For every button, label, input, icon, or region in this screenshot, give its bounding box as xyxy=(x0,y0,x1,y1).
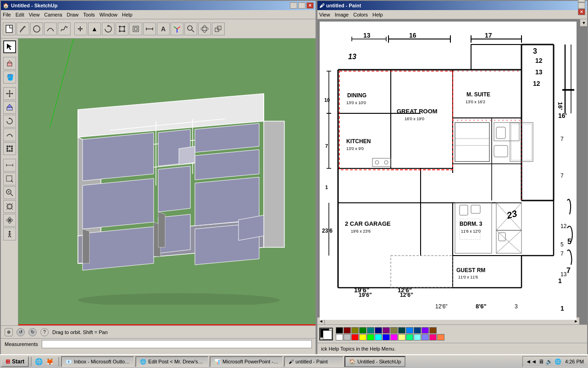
paint-menu-image[interactable]: Image xyxy=(335,12,349,17)
tool-eraser[interactable] xyxy=(3,57,16,70)
menu-edit[interactable]: Edit xyxy=(16,12,24,17)
color-swatch-orange[interactable] xyxy=(437,334,444,340)
menu-file[interactable]: File xyxy=(3,12,11,17)
tool-move[interactable] xyxy=(3,87,16,100)
svg-rect-0 xyxy=(6,25,12,33)
tool-zoomext[interactable] xyxy=(3,200,16,213)
color-swatch-springgreen[interactable] xyxy=(406,334,413,340)
svg-line-23 xyxy=(192,30,194,32)
svg-text:13: 13 xyxy=(363,32,371,39)
tool-orbit[interactable] xyxy=(3,214,16,227)
svg-point-46 xyxy=(11,150,13,152)
tool-rotate[interactable] xyxy=(3,115,16,128)
menu-tools[interactable]: Tools xyxy=(83,12,95,17)
tool-paintbucket[interactable]: 🪣 xyxy=(3,71,16,84)
menu-help[interactable]: Help xyxy=(122,12,133,17)
taskbar-outlook[interactable]: 📧 Inbox - Microsoft Outlook xyxy=(61,356,134,367)
taskbar-outlook-icon: 📧 xyxy=(66,359,72,365)
color-swatch-lightyellow[interactable] xyxy=(398,334,405,340)
tb-rotate[interactable] xyxy=(102,22,115,35)
paint-vscrollbar[interactable]: ▲ ▼ xyxy=(580,19,587,27)
tool-sep1 xyxy=(3,54,16,56)
tool-select[interactable] xyxy=(3,40,16,53)
sketchup-win-controls: _ □ ✕ xyxy=(290,2,314,9)
menu-view[interactable]: View xyxy=(29,12,40,17)
paint-canvas[interactable]: 13 16 17 xyxy=(320,22,577,320)
tool-tape[interactable] xyxy=(3,159,16,172)
tool-walk[interactable] xyxy=(3,228,16,240)
taskbar-blog[interactable]: 🌐 Edit Post < Mr. Drew's Blo... xyxy=(135,356,209,367)
sketchup-canvas[interactable] xyxy=(18,39,316,325)
color-swatch-purple[interactable] xyxy=(383,327,390,334)
tb-new[interactable] xyxy=(3,22,16,35)
color-swatch-lime[interactable] xyxy=(367,334,374,340)
paint-canvas-area[interactable]: ▲ ▼ ◄ ► 13 16 xyxy=(317,19,587,324)
paint-menu-view[interactable]: View xyxy=(319,12,330,17)
tb-move[interactable]: ✛ xyxy=(74,22,87,35)
sketchup-maximize-btn[interactable]: □ xyxy=(298,2,305,9)
tb-text[interactable]: A xyxy=(157,22,170,35)
sketchup-close-btn[interactable]: ✕ xyxy=(306,2,314,9)
svg-rect-13 xyxy=(133,26,139,32)
color-swatch-teal[interactable] xyxy=(367,327,374,334)
menu-window[interactable]: Window xyxy=(100,12,117,17)
tb-circle[interactable] xyxy=(30,22,43,35)
tb-pushpull[interactable]: ▲ xyxy=(88,22,101,35)
color-swatch-darkred[interactable] xyxy=(344,327,351,334)
tool-followme[interactable] xyxy=(3,128,16,141)
menu-camera[interactable]: Camera xyxy=(44,12,62,17)
color-swatch-rose[interactable] xyxy=(429,334,437,340)
color-swatch-darkyellow[interactable] xyxy=(390,327,398,334)
tb-components[interactable] xyxy=(212,22,225,35)
start-button[interactable]: ⊞ Start xyxy=(1,356,29,367)
tool-zoombox[interactable] xyxy=(3,173,16,185)
tb-arc[interactable] xyxy=(44,22,57,35)
tool-pushpull[interactable] xyxy=(3,101,16,114)
svg-text:M. SUITE: M. SUITE xyxy=(466,91,490,98)
tb-scale[interactable] xyxy=(116,22,128,35)
color-swatch-darkteal2[interactable] xyxy=(398,327,405,334)
paint-close-btn[interactable]: ✕ xyxy=(578,9,585,15)
color-swatch-red[interactable] xyxy=(351,334,359,340)
color-swatch-darkblue2[interactable] xyxy=(414,327,421,334)
taskbar-sketchup[interactable]: 🏠 Untitled - SketchUp xyxy=(344,356,405,367)
color-swatch-white[interactable] xyxy=(336,334,343,340)
color-swatch-olive[interactable] xyxy=(351,327,359,334)
taskbar-paint[interactable]: 🖌 untitled - Paint xyxy=(284,356,344,367)
paint-maximize-btn[interactable]: □ xyxy=(578,2,585,9)
tb-offset[interactable] xyxy=(129,22,142,35)
quicklaunch-firefox[interactable]: 🦊 xyxy=(44,357,55,367)
paint-menu-help[interactable]: Help xyxy=(372,12,383,17)
tool-zoom[interactable] xyxy=(3,186,16,199)
svg-marker-77 xyxy=(264,121,284,247)
color-swatch-lightblue[interactable] xyxy=(422,334,429,340)
sketchup-minimize-btn[interactable]: _ xyxy=(290,2,297,9)
color-swatch-lightcyan[interactable] xyxy=(414,334,421,340)
color-swatch-silver[interactable] xyxy=(344,334,351,340)
taskbar-ppt[interactable]: 📊 Microsoft PowerPoint - [...] xyxy=(210,356,283,367)
svg-point-24 xyxy=(201,27,208,31)
quicklaunch-ie[interactable]: 🌐 xyxy=(33,357,44,367)
tb-freehand[interactable] xyxy=(58,22,71,35)
tb-tape[interactable] xyxy=(143,22,156,35)
menu-draw[interactable]: Draw xyxy=(67,12,78,17)
color-swatch-darkgreen[interactable] xyxy=(359,327,366,334)
color-swatch-blue[interactable] xyxy=(383,334,390,340)
color-swatch-cyan[interactable] xyxy=(375,334,382,340)
svg-text:7: 7 xyxy=(560,251,564,257)
paint-menu-colors[interactable]: Colors xyxy=(353,12,368,17)
measurements-input[interactable] xyxy=(42,340,312,348)
color-swatch-magenta[interactable] xyxy=(390,334,398,340)
color-swatch-black[interactable] xyxy=(336,327,343,334)
tool-scale[interactable] xyxy=(3,142,16,155)
color-swatch-navy[interactable] xyxy=(375,327,382,334)
svg-marker-36 xyxy=(6,93,7,95)
tb-orbit[interactable] xyxy=(198,22,211,35)
color-swatch-brown[interactable] xyxy=(429,327,437,334)
color-swatch-cornblue[interactable] xyxy=(406,327,413,334)
tb-zoom[interactable] xyxy=(184,22,197,35)
color-swatch-yellow[interactable] xyxy=(359,334,366,340)
tb-axes[interactable] xyxy=(171,22,183,35)
tb-pencil[interactable] xyxy=(17,22,29,35)
color-swatch-violet[interactable] xyxy=(422,327,429,334)
